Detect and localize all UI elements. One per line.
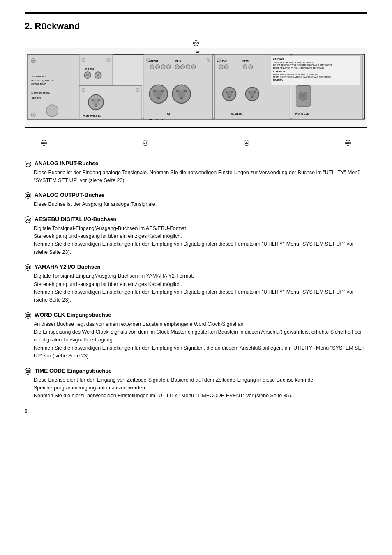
- svg-point-43: [161, 64, 165, 69]
- section-22: 22ANALOG OUTPUT-BuchseDiese Buchse ist d…: [25, 192, 367, 208]
- svg-text:DO NOT REMOVE COVER. NO USER S: DO NOT REMOVE COVER. NO USER SERVICEABLE…: [273, 64, 333, 66]
- svg-point-53: [161, 90, 164, 92]
- heading-text-24: YAMAHA Y2 I/O-Buchsen: [35, 264, 101, 270]
- circled-num-23: 23: [25, 216, 31, 223]
- svg-text:SER.NO: SER.NO: [31, 96, 41, 99]
- svg-point-47: [180, 64, 184, 69]
- circled-num-21: 21: [25, 161, 31, 167]
- annotation-23: 23: [244, 140, 249, 146]
- svg-point-17: [86, 74, 89, 76]
- svg-text:Y2: Y2: [167, 112, 170, 115]
- svg-text:TIME CODE IN: TIME CODE IN: [83, 114, 101, 117]
- annotation-26: 26: [41, 140, 47, 146]
- svg-text:NE PAS ENLEVER LE COUVERCLE. S: NE PAS ENLEVER LE COUVERCLE. S'ADRESSER …: [273, 76, 331, 78]
- svg-point-77: [226, 91, 228, 93]
- svg-text:DIGITAL EQUALIZER: DIGITAL EQUALIZER: [31, 79, 53, 82]
- diagram-bottom-annotations: 26 24 23 25: [25, 140, 367, 146]
- circled-num-26: 26: [25, 368, 31, 375]
- svg-point-48: [186, 64, 190, 69]
- svg-point-7: [46, 105, 58, 116]
- device-diagram-wrapper: 27 YAMAHA DIGITAL EQUALIZER MODEL DEQ5 M…: [25, 39, 367, 146]
- annotation-25: 25: [345, 140, 351, 146]
- section-26: 26TIME CODE-EingangsbuchseDiese Buchse d…: [25, 368, 367, 400]
- svg-point-84: [251, 96, 253, 98]
- svg-text:MODEL DEQ5: MODEL DEQ5: [31, 83, 46, 85]
- svg-point-70: [219, 64, 223, 69]
- svg-point-71: [224, 64, 228, 69]
- svg-point-42: [156, 64, 160, 69]
- section-heading-23: 23AES/EBU DIGITAL I/O-Buchsen: [25, 216, 367, 223]
- sections-container: 21ANALOG INPUT-BuchseDiese Buchse ist de…: [25, 160, 367, 400]
- svg-text:INPUT: INPUT: [175, 59, 183, 62]
- svg-point-73: [243, 64, 247, 69]
- svg-point-52: [153, 90, 156, 92]
- svg-text:INPUT: INPUT: [242, 59, 250, 62]
- svg-point-54: [157, 97, 160, 99]
- circled-num-24: 24: [25, 264, 31, 271]
- svg-point-59: [180, 97, 183, 99]
- heading-text-22: ANALOG OUTPUT-Buchse: [35, 192, 104, 198]
- diagram-annotation-27: 27: [25, 39, 367, 46]
- section-heading-26: 26TIME CODE-Eingangsbuchse: [25, 368, 367, 375]
- svg-point-74: [249, 64, 253, 69]
- svg-point-19: [97, 74, 99, 76]
- svg-text:ATTENTION: ATTENTION: [273, 70, 285, 72]
- body-text-26: Diese Buchse dient für den Eingang von Z…: [34, 376, 367, 400]
- svg-text:— DIGITAL I/O —: — DIGITAL I/O —: [146, 117, 166, 120]
- annotation-24: 24: [143, 140, 148, 146]
- svg-point-29: [91, 99, 94, 101]
- svg-text:WORD CLK: WORD CLK: [295, 112, 309, 115]
- svg-point-41: [150, 64, 154, 69]
- svg-text:CAUTION: CAUTION: [273, 58, 284, 60]
- circled-num-25: 25: [25, 312, 31, 319]
- heading-text-25: WORD CLK-Eingangsbuchse: [35, 312, 111, 318]
- svg-point-82: [248, 91, 250, 93]
- svg-point-100: [301, 94, 305, 98]
- svg-point-44: [166, 64, 171, 69]
- circled-num-22: 22: [25, 192, 31, 199]
- back-panel-diagram: YAMAHA DIGITAL EQUALIZER MODEL DEQ5 MADE…: [25, 48, 367, 128]
- section-25: 25WORD CLK-EingangsbuchseAn dieser Buchs…: [25, 312, 367, 360]
- page-number: 8: [25, 408, 367, 414]
- section-24: 24YAMAHA Y2 I/O-BuchsenDigitale Tonsigna…: [25, 264, 367, 304]
- body-text-23: Digitale Tonsignal-Eingang/Ausgang-Buchs…: [34, 225, 367, 257]
- body-text-24: Digitale Tonsignal-Eingang/Ausgang-Buchs…: [34, 272, 367, 304]
- svg-text:RS-485: RS-485: [85, 67, 94, 70]
- svg-text:MADE IN JAPAN: MADE IN JAPAN: [31, 91, 50, 94]
- section-23: 23AES/EBU DIGITAL I/O-BuchsenDigitale To…: [25, 216, 367, 257]
- svg-point-46: [175, 64, 179, 69]
- svg-text:YAMAHA: YAMAHA: [31, 75, 47, 78]
- section-heading-24: 24YAMAHA Y2 I/O-Buchsen: [25, 264, 367, 271]
- svg-point-83: [254, 91, 256, 93]
- svg-text:AES/EBU: AES/EBU: [231, 112, 242, 115]
- svg-point-78: [231, 91, 233, 93]
- page-title: 2. Rückwand: [25, 21, 367, 32]
- svg-text:27: 27: [196, 50, 200, 53]
- section-21: 21ANALOG INPUT-BuchseDiese Buchse ist de…: [25, 160, 367, 185]
- heading-text-23: AES/EBU DIGITAL I/O-Buchsen: [35, 216, 117, 222]
- heading-text-26: TIME CODE-Eingangsbuchse: [35, 368, 112, 374]
- body-text-25: An dieser Buchse liegt das von einem ext…: [34, 320, 367, 360]
- svg-point-79: [228, 96, 231, 98]
- svg-text:WARNING: WARNING: [273, 78, 284, 81]
- svg-point-31: [95, 104, 97, 107]
- section-heading-25: 25WORD CLK-Eingangsbuchse: [25, 312, 367, 319]
- section-heading-21: 21ANALOG INPUT-Buchse: [25, 160, 367, 167]
- body-text-22: Diese Buchse ist der Ausgang für analoge…: [34, 200, 367, 208]
- svg-point-57: [176, 90, 179, 92]
- svg-text:REFER SERVICING TO QUALIFIED S: REFER SERVICING TO QUALIFIED SERVICE PER…: [273, 67, 325, 69]
- svg-point-49: [191, 64, 196, 69]
- top-rule: [25, 12, 367, 14]
- body-text-21: Diese Buchse ist der Eingang analoge Ton…: [34, 169, 367, 185]
- back-panel-svg: YAMAHA DIGITAL EQUALIZER MODEL DEQ5 MADE…: [25, 48, 367, 127]
- svg-text:AFN DE RÉDUIRE LE RISQUE DE CH: AFN DE RÉDUIRE LE RISQUE DE CHOC ÉLECTRI…: [273, 74, 318, 76]
- svg-point-30: [98, 99, 101, 101]
- heading-text-21: ANALOG INPUT-Buchse: [35, 160, 98, 166]
- section-heading-22: 22ANALOG OUTPUT-Buchse: [25, 192, 367, 199]
- svg-text:TO REDUCE THE RISK OF ELECTRIC: TO REDUCE THE RISK OF ELECTRIC SHOCK,: [273, 61, 314, 63]
- svg-point-58: [184, 90, 187, 92]
